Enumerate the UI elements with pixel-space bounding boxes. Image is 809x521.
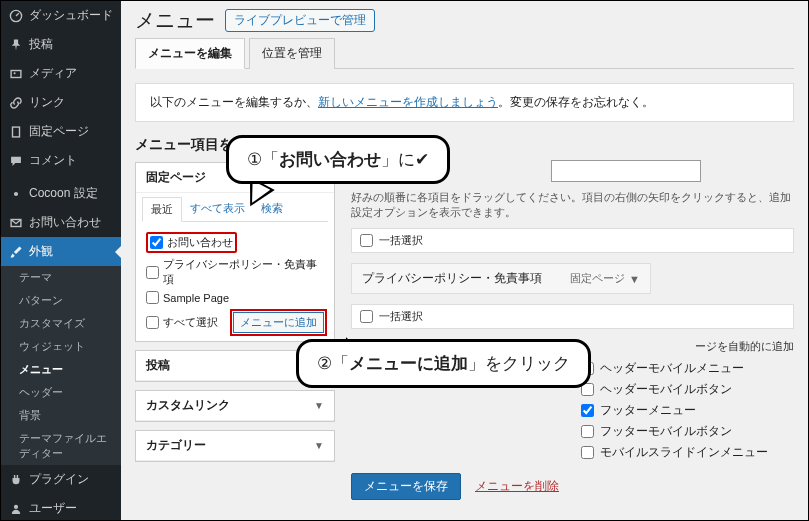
sidebar-label: ダッシュボード [29, 7, 113, 24]
mini-tab-recent[interactable]: 最近 [142, 197, 182, 222]
main-content: メニュー ライブプレビューで管理 メニューを編集 位置を管理 以下のメニューを編… [121, 1, 808, 520]
chevron-down-icon: ▼ [629, 273, 640, 285]
svg-rect-3 [13, 127, 20, 137]
loc-label: モバイルスライドインメニュー [600, 444, 768, 461]
select-all-pages-label: すべて選択 [163, 315, 218, 330]
sidebar-label: コメント [29, 152, 77, 169]
menu-name-input[interactable] [551, 160, 701, 182]
bulk-select-checkbox-bottom[interactable] [360, 310, 373, 323]
bulk-select-row-bottom: 一括選択 [351, 304, 794, 329]
create-new-menu-link[interactable]: 新しいメニューを作成しましょう [318, 95, 498, 109]
sub-header[interactable]: ヘッダー [1, 381, 121, 404]
pin-icon [9, 38, 23, 52]
tab-manage-locations[interactable]: 位置を管理 [249, 38, 335, 69]
page-item-contact-label: お問い合わせ [167, 235, 233, 250]
page-item-sample-checkbox[interactable] [146, 291, 159, 304]
metabox-category-header[interactable]: カテゴリー ▼ [136, 431, 334, 461]
sidebar-item-cocoon[interactable]: Cocoon 設定 [1, 179, 121, 208]
sidebar-label: プラグイン [29, 471, 89, 488]
dot-icon [9, 187, 23, 201]
user-icon [9, 502, 23, 516]
brush-icon [9, 245, 23, 259]
page-tabs: メニューを編集 位置を管理 [135, 38, 794, 69]
svg-point-6 [14, 504, 18, 508]
appearance-submenu: テーマ パターン カスタマイズ ウィジェット メニュー ヘッダー 背景 テーマフ… [1, 266, 121, 465]
page-title: メニュー [135, 7, 215, 34]
sidebar-label: 固定ページ [29, 123, 89, 140]
sidebar-item-media[interactable]: メディア [1, 59, 121, 88]
loc-mobile-slidein-checkbox[interactable] [581, 446, 594, 459]
bulk-select-label-bottom: 一括選択 [379, 309, 423, 324]
bulk-select-row-top: 一括選択 [351, 228, 794, 253]
sidebar-item-links[interactable]: リンク [1, 88, 121, 117]
sidebar-label: お問い合わせ [29, 214, 101, 231]
page-item-privacy-label: プライバシーポリシー・免責事項 [163, 257, 324, 287]
sidebar-item-plugins[interactable]: プラグイン [1, 465, 121, 494]
sidebar-label: 外観 [29, 243, 53, 260]
sidebar-label: Cocoon 設定 [29, 185, 98, 202]
loc-label: ヘッダーモバイルメニュー [600, 360, 744, 377]
sidebar-item-pages[interactable]: 固定ページ [1, 117, 121, 146]
plugin-icon [9, 473, 23, 487]
loc-footer-menu-checkbox[interactable] [581, 404, 594, 417]
tab-edit-menus[interactable]: メニューを編集 [135, 38, 245, 69]
delete-menu-link[interactable]: メニューを削除 [475, 478, 559, 495]
sub-widgets[interactable]: ウィジェット [1, 335, 121, 358]
live-preview-button[interactable]: ライブプレビューで管理 [225, 9, 375, 32]
notice-text-post: 。変更の保存をお忘れなく。 [498, 95, 654, 109]
admin-sidebar: ダッシュボード 投稿 メディア リンク 固定ページ コメント Cocoon 設定 [1, 1, 121, 520]
sidebar-item-dashboard[interactable]: ダッシュボード [1, 1, 121, 30]
sub-customize[interactable]: カスタマイズ [1, 312, 121, 335]
media-icon [9, 67, 23, 81]
bulk-select-checkbox-top[interactable] [360, 234, 373, 247]
metabox-pages: 固定ページ ▲ 最近 すべて表示 検索 お問い合わせ [135, 162, 335, 342]
sidebar-item-comments[interactable]: コメント [1, 146, 121, 175]
metabox-pages-title: 固定ページ [146, 169, 206, 186]
metabox-category: カテゴリー ▼ [135, 430, 335, 462]
page-item-privacy-checkbox[interactable] [146, 266, 159, 279]
sub-background[interactable]: 背景 [1, 404, 121, 427]
svg-rect-1 [11, 70, 21, 77]
page-item-sample-label: Sample Page [163, 292, 229, 304]
sidebar-label: メディア [29, 65, 77, 82]
sidebar-item-contact[interactable]: お問い合わせ [1, 208, 121, 237]
sidebar-label: ユーザー [29, 500, 77, 517]
loc-footer-mobile-button-checkbox[interactable] [581, 425, 594, 438]
dashboard-icon [9, 9, 23, 23]
metabox-customlink: カスタムリンク ▼ [135, 390, 335, 422]
link-icon [9, 96, 23, 110]
svg-point-2 [14, 72, 16, 74]
select-all-pages-checkbox[interactable] [146, 316, 159, 329]
loc-label: フッターメニュー [600, 402, 696, 419]
save-menu-button[interactable]: メニューを保存 [351, 473, 461, 500]
page-icon [9, 125, 23, 139]
sub-themes[interactable]: テーマ [1, 266, 121, 289]
sidebar-item-users[interactable]: ユーザー [1, 494, 121, 520]
sidebar-item-appearance[interactable]: 外観 [1, 237, 121, 266]
drag-hint-text: 好みの順番に各項目をドラッグしてください。項目の右側の矢印をクリックすると、追加… [351, 190, 794, 220]
add-to-menu-button[interactable]: メニューに追加 [233, 312, 324, 333]
sidebar-item-posts[interactable]: 投稿 [1, 30, 121, 59]
mail-icon [9, 216, 23, 230]
notice-text-pre: 以下のメニューを編集するか、 [150, 95, 318, 109]
annotation-callout-2: ②「メニューに追加」をクリック [296, 339, 591, 388]
metabox-customlink-title: カスタムリンク [146, 397, 230, 414]
sub-theme-editor[interactable]: テーマファイルエディター [1, 427, 121, 465]
chevron-down-icon: ▼ [314, 400, 324, 411]
menu-item-privacy-label: プライバシーポリシー・免責事項 [362, 270, 542, 287]
loc-label: ヘッダーモバイルボタン [600, 381, 732, 398]
metabox-posts-title: 投稿 [146, 357, 170, 374]
metabox-category-title: カテゴリー [146, 437, 206, 454]
chevron-down-icon: ▼ [314, 440, 324, 451]
sidebar-label: リンク [29, 94, 65, 111]
annotation-callout-1: ①「お問い合わせ」に✔ [226, 135, 450, 184]
page-item-contact-checkbox[interactable] [150, 236, 163, 249]
svg-point-4 [14, 191, 18, 195]
bulk-select-label-top: 一括選択 [379, 233, 423, 248]
metabox-customlink-header[interactable]: カスタムリンク ▼ [136, 391, 334, 421]
sub-patterns[interactable]: パターン [1, 289, 121, 312]
menu-item-privacy[interactable]: プライバシーポリシー・免責事項 固定ページ ▼ [351, 263, 651, 294]
sub-menus[interactable]: メニュー [1, 358, 121, 381]
comment-icon [9, 154, 23, 168]
menu-item-type: 固定ページ [570, 271, 625, 286]
